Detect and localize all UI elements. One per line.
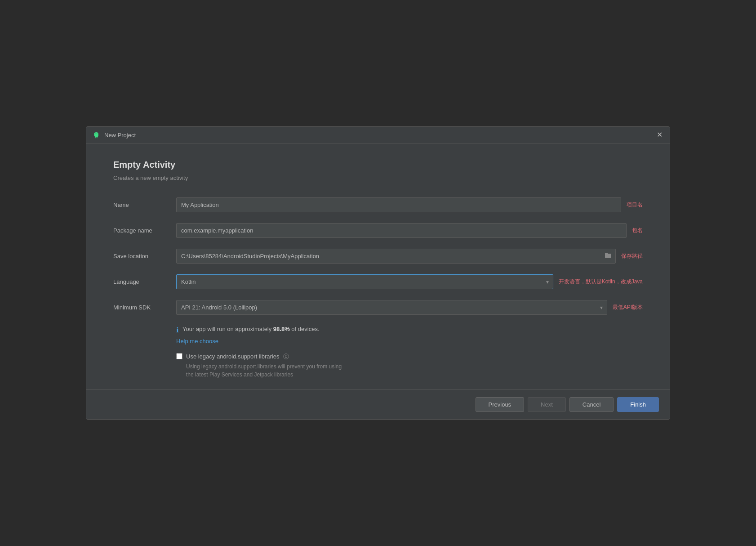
cancel-button[interactable]: Cancel [569, 397, 614, 412]
save-location-annotation: 保存路径 [621, 252, 643, 260]
save-location-field [176, 249, 616, 264]
sdk-label: Minimum SDK [113, 304, 176, 311]
legacy-libraries-label-row: Use legacy android.support libraries ⓪ [186, 352, 342, 361]
save-location-label: Save location [113, 253, 176, 260]
info-text-suffix: of devices. [290, 326, 320, 332]
info-icon: ℹ [176, 326, 179, 334]
language-row: Language Kotlin Java ▾ 开发语言，默认是Kotlin，改成… [113, 274, 643, 289]
language-annotation: 开发语言，默认是Kotlin，改成Java [559, 278, 643, 286]
close-button[interactable]: ✕ [655, 131, 664, 139]
sdk-select-wrapper: API 21: Android 5.0 (Lollipop) API 22: A… [176, 300, 607, 315]
save-location-row: Save location 保存路径 [113, 249, 643, 264]
language-label: Language [113, 278, 176, 285]
save-location-input[interactable] [177, 249, 601, 263]
page-title: Empty Activity [113, 160, 643, 170]
dialog-title: New Project [104, 132, 136, 139]
folder-browse-button[interactable] [601, 250, 615, 263]
package-label: Package name [113, 227, 176, 234]
language-select[interactable]: Kotlin Java [176, 274, 553, 289]
dialog-footer: Previous Next Cancel Finish [86, 389, 670, 419]
info-percentage: 98.8% [273, 326, 290, 332]
previous-button[interactable]: Previous [476, 397, 525, 412]
info-section: ℹ Your app will run on approximately 98.… [176, 326, 643, 345]
title-bar-left: New Project [92, 130, 136, 139]
package-row: Package name 包名 [113, 223, 643, 238]
finish-button[interactable]: Finish [617, 397, 659, 412]
legacy-libraries-row: Use legacy android.support libraries ⓪ U… [176, 352, 643, 379]
name-input[interactable] [176, 197, 621, 212]
name-row: Name 项目名 [113, 197, 643, 212]
question-icon[interactable]: ⓪ [283, 353, 289, 360]
page-subtitle: Creates a new empty activity [113, 175, 643, 181]
android-icon [92, 130, 101, 139]
name-label: Name [113, 201, 176, 208]
legacy-libraries-label-group: Use legacy android.support libraries ⓪ U… [186, 352, 342, 379]
legacy-libraries-desc: Using legacy android.support.libraries w… [186, 363, 342, 379]
new-project-dialog: New Project ✕ Empty Activity Creates a n… [86, 126, 670, 420]
legacy-libraries-label: Use legacy android.support libraries [186, 353, 279, 360]
sdk-select[interactable]: API 21: Android 5.0 (Lollipop) API 22: A… [176, 300, 607, 315]
package-annotation: 包名 [632, 227, 643, 234]
name-annotation: 项目名 [627, 201, 643, 209]
title-bar: New Project ✕ [86, 127, 670, 143]
language-select-wrapper: Kotlin Java ▾ [176, 274, 553, 289]
sdk-row: Minimum SDK API 21: Android 5.0 (Lollipo… [113, 300, 643, 315]
info-row: ℹ Your app will run on approximately 98.… [176, 326, 643, 334]
legacy-libraries-wrapper: Use legacy android.support libraries ⓪ U… [176, 352, 342, 379]
legacy-libraries-checkbox[interactable] [176, 353, 182, 359]
info-text-prefix: Your app will run on approximately [182, 326, 273, 332]
dialog-content: Empty Activity Creates a new empty activ… [86, 143, 670, 389]
package-input[interactable] [176, 223, 627, 238]
next-button[interactable]: Next [528, 397, 566, 412]
sdk-annotation: 最低API版本 [613, 304, 643, 311]
info-text: Your app will run on approximately 98.8%… [182, 326, 320, 332]
help-me-choose-link[interactable]: Help me choose [176, 338, 218, 345]
